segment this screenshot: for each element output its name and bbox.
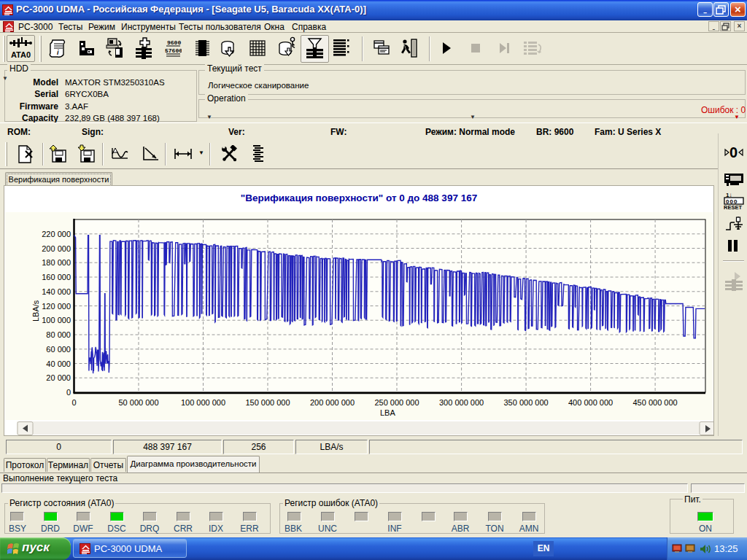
svg-text:LBA/s: LBA/s [31, 300, 40, 322]
svg-text:RESET: RESET [724, 204, 742, 209]
svg-text:120 000: 120 000 [42, 302, 71, 311]
svg-text:60 000: 60 000 [46, 345, 71, 354]
svg-text:0: 0 [66, 388, 71, 397]
svg-text:160 000: 160 000 [42, 273, 71, 281]
svg-text:200 000 000: 200 000 000 [310, 398, 355, 407]
svg-text:180 000: 180 000 [42, 258, 71, 267]
svg-text:100 000 000: 100 000 000 [181, 398, 225, 407]
svg-text:450 000 000: 450 000 000 [633, 398, 678, 407]
svg-text:200 000: 200 000 [42, 244, 71, 253]
svg-text:40 000: 40 000 [46, 359, 71, 368]
svg-text:0: 0 [71, 398, 76, 407]
svg-text:100 000: 100 000 [42, 316, 71, 324]
svg-text:140 000: 140 000 [42, 287, 71, 296]
svg-text:20 000: 20 000 [46, 373, 71, 382]
svg-text:300 000 000: 300 000 000 [439, 398, 484, 407]
svg-text:9600: 9600 [167, 39, 181, 46]
svg-text:57600: 57600 [165, 47, 182, 54]
svg-text:50 000 000: 50 000 000 [118, 398, 158, 407]
svg-text:220 000: 220 000 [42, 230, 71, 238]
svg-text:LBA: LBA [380, 408, 395, 417]
svg-text:250 000 000: 250 000 000 [374, 398, 419, 407]
svg-text:80 000: 80 000 [46, 330, 71, 339]
svg-text:350 000 000: 350 000 000 [504, 398, 549, 407]
svg-text:150 000 000: 150 000 000 [245, 398, 290, 407]
svg-text:0: 0 [729, 144, 738, 160]
svg-text:400 000 000: 400 000 000 [568, 398, 613, 407]
svg-text:"Верификация поверхности" от 0: "Верификация поверхности" от 0 до 488 39… [241, 192, 477, 203]
